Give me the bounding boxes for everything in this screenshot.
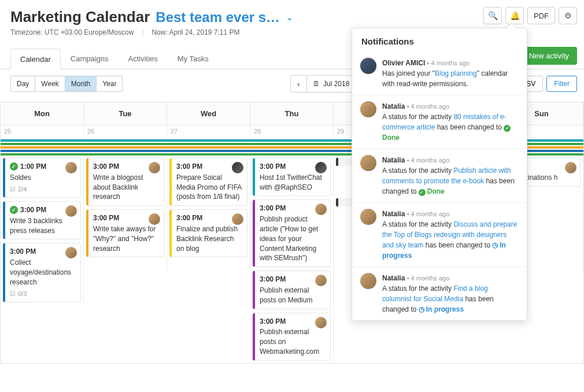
notification-text: A status for the activity [382, 167, 453, 175]
avatar [232, 213, 243, 225]
cell-tue: 3:00 PMWrite a blogpost about Backlink r… [84, 156, 167, 271]
notification-text: A status for the activity [382, 113, 453, 121]
checkbox-icon: ☑ [10, 290, 16, 298]
event-card[interactable]: 3:00 PMPublish external posts on Webmark… [253, 313, 331, 361]
dayhead-wed: Wed [167, 102, 250, 125]
view-day[interactable]: Day [11, 76, 35, 91]
notification-item[interactable]: Natalia • 4 months agoA status for the a… [352, 149, 527, 202]
cell-thu: 3:00 PMHost 1st TwitterChat with @RaphSE… [250, 156, 334, 363]
event-card[interactable]: ✓1:00 PMSoldes☑ 2/4 [3, 158, 81, 198]
notification-time: • 4 months ago [407, 275, 450, 282]
avatar [149, 213, 160, 225]
event-card[interactable]: 3:00 PMFinalize and publish Backlink Res… [169, 209, 247, 257]
new-activity-button[interactable]: New activity [521, 47, 577, 65]
avatar [360, 101, 376, 117]
chevron-left-icon: ‹ [297, 80, 300, 88]
prev-button[interactable]: ‹ [291, 76, 307, 92]
page-title: Marketing Calendar [10, 8, 150, 26]
notification-item[interactable]: Olivier AMICI • 4 months agoHas joined y… [352, 52, 527, 95]
event-title: Write 3 backlinks press releases [10, 216, 76, 236]
gear-icon: ⚙ [564, 11, 572, 20]
event-card[interactable]: ✓3:00 PMWrite 3 backlinks press releases [3, 201, 81, 239]
notification-text: A status for the activity [382, 284, 453, 293]
notification-text: A status for the activity [382, 220, 453, 228]
avatar [315, 275, 327, 286]
view-year[interactable]: Year [97, 76, 122, 91]
notification-item[interactable]: Natalia • 4 months agoA status for the a… [352, 202, 527, 267]
avatar [315, 162, 327, 173]
notification-user: Natalia [382, 274, 405, 282]
calendar-icon: 🗓 [313, 80, 320, 88]
event-title: Write a blogpost about Backlink research [93, 173, 159, 202]
dayhead-tue: Tue [84, 102, 167, 125]
workspace-selector[interactable]: Best team ever s… [156, 9, 280, 25]
check-circle-icon: ✓ [10, 206, 18, 214]
search-icon: 🔍 [488, 11, 498, 20]
pdf-button[interactable]: PDF [527, 7, 555, 24]
avatar [360, 58, 376, 74]
event-title: Prepare Soical Media Promo of FIFA (post… [176, 173, 242, 202]
event-title: Publish external posts on Webmarketing.c… [260, 327, 326, 356]
notification-time: • 4 months ago [407, 103, 450, 110]
event-card[interactable]: 3:00 PMHost 1st TwitterChat with @RaphSE… [253, 158, 331, 196]
cell-mon: ✓1:00 PMSoldes☑ 2/4✓3:00 PMWrite 3 backl… [1, 156, 84, 305]
timezone-label: Timezone: UTC +03:00 Europe/Moscow [10, 28, 134, 36]
tab-mytasks[interactable]: My Tasks [168, 48, 219, 69]
avatar [65, 162, 77, 173]
bell-icon: 🔔 [510, 11, 520, 20]
period-picker[interactable]: 🗓Jul 2018 [307, 76, 356, 92]
event-title: Publish external posts on Medium [260, 286, 326, 305]
event-card[interactable]: 3:00 PMPublish external posts on Medium [253, 271, 331, 309]
checkbox-icon: ☑ [10, 185, 16, 194]
notifications-title: Notifications [352, 28, 527, 52]
view-month[interactable]: Month [65, 76, 97, 91]
notification-time: • 4 months ago [407, 210, 450, 217]
tab-calendar[interactable]: Calendar [10, 49, 61, 69]
filter-button[interactable]: Filter [546, 76, 577, 92]
event-subtasks: ☑ 0/3 [10, 290, 76, 298]
day-number: 25 [1, 125, 84, 137]
notification-time: • 4 months ago [407, 157, 450, 164]
event-title: Host 1st TwitterChat with @RaphSEO [260, 173, 326, 193]
settings-button[interactable]: ⚙ [559, 7, 577, 24]
notification-text: Has joined your " [382, 69, 435, 77]
day-number: 27 [167, 125, 250, 137]
notifications-button[interactable]: 🔔 [505, 7, 524, 24]
notification-user: Natalia [382, 156, 405, 164]
event-card[interactable]: 3:00 PMWrite take aways for "Why?" and "… [86, 209, 164, 257]
search-button[interactable]: 🔍 [483, 7, 502, 24]
tab-activities[interactable]: Activities [119, 48, 168, 69]
notifications-list: Olivier AMICI • 4 months agoHas joined y… [352, 52, 527, 320]
notification-link[interactable]: Blog planning [435, 69, 477, 77]
event-card[interactable]: 3:00 PMWrite a blogpost about Backlink r… [86, 158, 164, 206]
event-title: Soldes [10, 173, 76, 183]
avatar [149, 162, 160, 173]
avatar [65, 247, 77, 258]
event-card[interactable]: 3:00 PMPrepare Soical Media Promo of FIF… [169, 158, 247, 206]
avatar [565, 162, 576, 173]
event-card[interactable]: 3:00 PMPublish product article ("How to … [253, 199, 331, 267]
status-badge: In progress [419, 305, 464, 313]
day-number: 26 [84, 125, 167, 137]
avatar [232, 162, 243, 173]
avatar [360, 209, 376, 225]
notification-item[interactable]: Natalia • 4 months agoA status for the a… [352, 95, 527, 149]
notification-item[interactable]: Natalia • 4 months agoA status for the a… [352, 267, 527, 320]
status-badge: Done [419, 187, 445, 195]
now-label: Now: April 24, 2019 7:11 PM [151, 28, 239, 36]
chevron-down-icon[interactable]: ⌄ [286, 12, 293, 23]
view-segment: Day Week Month Year [10, 76, 123, 92]
notification-user: Natalia [382, 102, 405, 110]
event-card[interactable]: 3:00 PMCollect voyage/destinations resea… [3, 243, 81, 302]
view-week[interactable]: Week [35, 76, 65, 91]
event-title: Write take aways for "Why?" and "How?" r… [93, 224, 159, 253]
avatar [315, 204, 327, 215]
event-subtasks: ☑ 2/4 [10, 185, 76, 194]
tab-campaigns[interactable]: Campaigns [61, 48, 119, 69]
avatar [65, 205, 77, 217]
notification-time: • 4 months ago [427, 60, 470, 66]
notification-user: Olivier AMICI [382, 59, 425, 67]
event-title: Collect voyage/destinations research [10, 258, 76, 287]
day-number: 28 [250, 125, 334, 137]
event-title: Publish product article ("How to get ide… [260, 215, 326, 263]
